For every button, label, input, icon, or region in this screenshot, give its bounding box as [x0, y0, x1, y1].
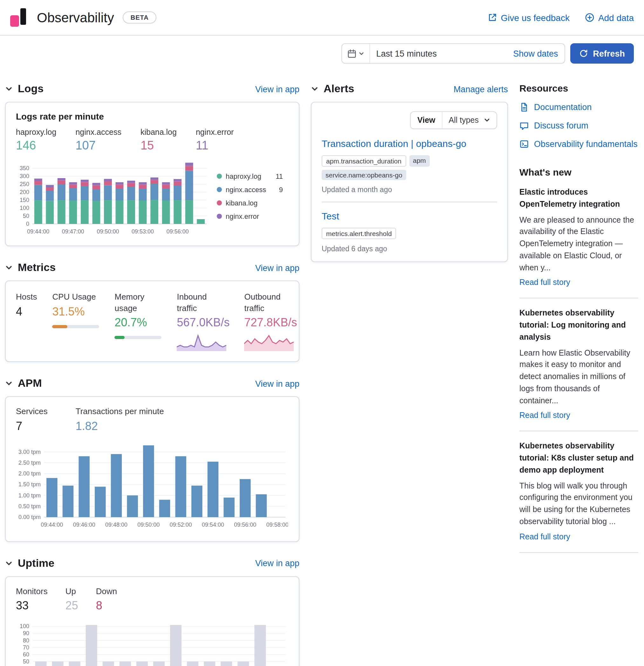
read-full-story-link[interactable]: Read full story [519, 278, 570, 287]
svg-text:70: 70 [23, 644, 29, 651]
discuss-forum-link[interactable]: Discuss forum [519, 121, 638, 130]
metrics-section-title: Metrics [18, 261, 56, 274]
apm-view-in-app-link[interactable]: View in app [255, 379, 300, 388]
chevron-down-icon [5, 85, 13, 93]
news-item-body: We are pleased to announce the availabil… [519, 214, 638, 274]
alert-link[interactable]: Test [322, 211, 339, 221]
logs-collapse-toggle[interactable] [5, 85, 13, 93]
svg-text:150: 150 [20, 197, 29, 203]
legend-dot [217, 213, 222, 218]
whats-new-title: What's new [519, 166, 638, 177]
plus-circle-icon [585, 13, 594, 22]
logs-panel-title: Logs rate per minute [16, 111, 289, 122]
legend-item: kibana.log [217, 199, 283, 206]
legend-dot [217, 173, 222, 178]
uptime-view-in-app-link[interactable]: View in app [255, 559, 300, 568]
page-title: Observability [37, 10, 114, 25]
stat-nginx-access: nginx.access 107 [75, 128, 121, 153]
svg-text:0: 0 [26, 221, 29, 227]
legend-item: nginx.access 9 [217, 186, 283, 193]
divider [322, 201, 497, 202]
alerts-section-title: Alerts [324, 83, 354, 95]
elastic-observability-logo [10, 8, 28, 27]
calendar-dropdown-button[interactable] [342, 44, 370, 63]
memory-progress-fill [114, 336, 124, 339]
svg-text:09:44:00: 09:44:00 [41, 521, 63, 528]
metric-outbound-traffic: Outbound traffic 727.8KB/s [244, 291, 296, 351]
news-item-title: Elastic introduces OpenTelemetry integra… [519, 187, 638, 210]
read-full-story-link[interactable]: Read full story [519, 411, 570, 420]
svg-text:09:47:00: 09:47:00 [62, 228, 84, 235]
news-item-body: This blog will walk you through configur… [519, 480, 638, 528]
resources-column: Resources Documentation Discuss forum Ob… [519, 83, 638, 666]
news-item: Kubernetes observability tutorial: Log m… [519, 308, 638, 421]
svg-text:250: 250 [20, 181, 29, 187]
alert-badges: apm.transaction_duration apm service.nam… [322, 155, 497, 180]
manage-alerts-link[interactable]: Manage alerts [453, 84, 508, 94]
news-item: Elastic introduces OpenTelemetry integra… [519, 187, 638, 288]
calendar-icon [347, 49, 356, 58]
svg-text:300: 300 [20, 173, 29, 179]
time-range-value[interactable]: Last 15 minutes [370, 49, 507, 58]
legend-item: nginx.error [217, 212, 283, 220]
metric-transactions-per-minute: Transactions per minute 1.82 [76, 406, 164, 433]
svg-text:350: 350 [20, 165, 29, 172]
alert-badge: apm.transaction_duration [322, 155, 406, 166]
svg-text:09:50:00: 09:50:00 [96, 228, 119, 235]
legend-dot [217, 200, 222, 205]
logs-panel: Logs rate per minute haproxy.log 146 ngi… [5, 102, 300, 246]
logs-section: Logs View in app Logs rate per minute ha… [5, 83, 300, 246]
documentation-link[interactable]: Documentation [519, 102, 638, 112]
metrics-section: Metrics View in app Hosts 4 CPU Usage 31… [5, 261, 300, 362]
svg-text:0.50 tpm: 0.50 tpm [18, 503, 41, 509]
svg-text:09:50:00: 09:50:00 [137, 521, 160, 528]
resources-title: Resources [519, 83, 638, 93]
apm-section-header: APM View in app [5, 377, 300, 390]
external-link-icon [488, 13, 497, 22]
apm-collapse-toggle[interactable] [5, 380, 13, 387]
uptime-collapse-toggle[interactable] [5, 559, 13, 567]
logs-chart-legend: haproxy.log 11 nginx.access 9 kibana.log [217, 172, 283, 220]
uptime-section: Uptime View in app Monitors 33 Up 25 [5, 557, 300, 666]
apm-section-title: APM [18, 377, 42, 390]
app-header: Observability BETA Give us feedback Add … [0, 0, 644, 36]
metrics-collapse-toggle[interactable] [5, 264, 13, 271]
uptime-panel: Monitors 33 Up 25 Down 8 010203040506070… [5, 576, 300, 666]
refresh-button[interactable]: Refresh [570, 43, 634, 64]
show-dates-link[interactable]: Show dates [507, 49, 564, 58]
svg-text:100: 100 [20, 205, 29, 211]
apm-section: APM View in app Services 7 Transactions … [5, 377, 300, 542]
svg-text:09:56:00: 09:56:00 [234, 521, 256, 528]
give-feedback-link[interactable]: Give us feedback [488, 13, 570, 22]
alert-link[interactable]: Transaction duration | opbeans-go [322, 138, 466, 149]
svg-text:09:53:00: 09:53:00 [131, 228, 154, 235]
metrics-panel: Hosts 4 CPU Usage 31.5% Memory usage 20.… [5, 281, 300, 362]
alerts-panel: View All types Transaction duration | op… [311, 102, 508, 262]
divider [519, 552, 638, 553]
logo-dark-block [20, 8, 26, 24]
metric-memory: Memory usage 20.7% [114, 291, 161, 351]
time-range-picker[interactable]: Last 15 minutes Show dates [341, 43, 565, 64]
metric-up: Up 25 [66, 585, 78, 613]
observability-fundamentals-link[interactable]: Observability fundamentals [519, 139, 638, 149]
alert-updated: Updated 6 days ago [322, 245, 497, 252]
svg-text:100: 100 [20, 624, 29, 630]
logs-chart-row: 05010015020025030035009:44:0009:47:0009:… [16, 155, 289, 236]
add-data-link[interactable]: Add data [585, 13, 634, 22]
metrics-view-in-app-link[interactable]: View in app [255, 263, 300, 273]
metric-cpu: CPU Usage 31.5% [52, 291, 99, 351]
query-toolbar: Last 15 minutes Show dates Refresh [0, 36, 644, 70]
svg-text:0.00 tpm: 0.00 tpm [18, 514, 41, 520]
alert-badge: service.name:opbeans-go [322, 170, 406, 180]
svg-text:200: 200 [20, 189, 29, 195]
alert-badges: metrics.alert.threshold [322, 228, 497, 239]
read-full-story-link[interactable]: Read full story [519, 532, 570, 541]
logs-view-in-app-link[interactable]: View in app [255, 84, 300, 94]
uptime-section-title: Uptime [18, 557, 54, 569]
alert-type-filter[interactable]: View All types [410, 111, 497, 129]
alerts-collapse-toggle[interactable] [311, 85, 319, 93]
chevron-down-icon [358, 51, 364, 56]
alert-type-select[interactable]: All types [443, 112, 497, 128]
metric-monitors: Monitors 33 [16, 585, 48, 613]
chevron-down-icon [311, 85, 319, 93]
